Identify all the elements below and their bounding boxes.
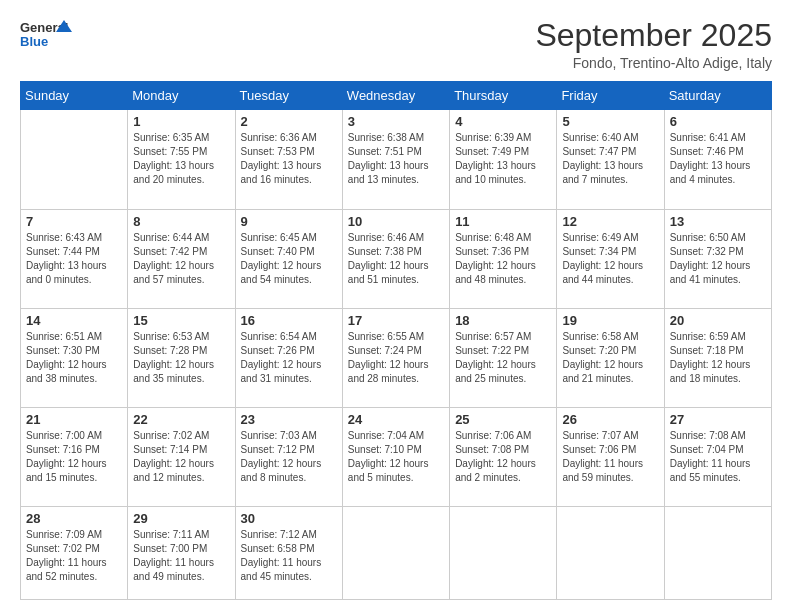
day-number: 10 bbox=[348, 214, 444, 229]
day-number: 4 bbox=[455, 114, 551, 129]
day-info: Sunrise: 6:48 AMSunset: 7:36 PMDaylight:… bbox=[455, 231, 551, 287]
logo-svg: GeneralBlue bbox=[20, 18, 72, 52]
day-number: 22 bbox=[133, 412, 229, 427]
cell-w3-d0: 21Sunrise: 7:00 AMSunset: 7:16 PMDayligh… bbox=[21, 408, 128, 507]
day-info: Sunrise: 7:00 AMSunset: 7:16 PMDaylight:… bbox=[26, 429, 122, 485]
day-number: 11 bbox=[455, 214, 551, 229]
cell-w4-d5 bbox=[557, 507, 664, 600]
day-info: Sunrise: 6:49 AMSunset: 7:34 PMDaylight:… bbox=[562, 231, 658, 287]
day-number: 6 bbox=[670, 114, 766, 129]
day-info: Sunrise: 6:53 AMSunset: 7:28 PMDaylight:… bbox=[133, 330, 229, 386]
day-info: Sunrise: 6:55 AMSunset: 7:24 PMDaylight:… bbox=[348, 330, 444, 386]
day-number: 25 bbox=[455, 412, 551, 427]
day-number: 9 bbox=[241, 214, 337, 229]
day-number: 5 bbox=[562, 114, 658, 129]
day-number: 14 bbox=[26, 313, 122, 328]
day-info: Sunrise: 6:36 AMSunset: 7:53 PMDaylight:… bbox=[241, 131, 337, 187]
cell-w2-d5: 19Sunrise: 6:58 AMSunset: 7:20 PMDayligh… bbox=[557, 308, 664, 407]
day-info: Sunrise: 6:59 AMSunset: 7:18 PMDaylight:… bbox=[670, 330, 766, 386]
day-info: Sunrise: 6:43 AMSunset: 7:44 PMDaylight:… bbox=[26, 231, 122, 287]
day-info: Sunrise: 6:58 AMSunset: 7:20 PMDaylight:… bbox=[562, 330, 658, 386]
cell-w1-d0: 7Sunrise: 6:43 AMSunset: 7:44 PMDaylight… bbox=[21, 209, 128, 308]
day-number: 29 bbox=[133, 511, 229, 526]
cell-w2-d1: 15Sunrise: 6:53 AMSunset: 7:28 PMDayligh… bbox=[128, 308, 235, 407]
cell-w0-d3: 3Sunrise: 6:38 AMSunset: 7:51 PMDaylight… bbox=[342, 110, 449, 209]
day-info: Sunrise: 7:07 AMSunset: 7:06 PMDaylight:… bbox=[562, 429, 658, 485]
cell-w0-d5: 5Sunrise: 6:40 AMSunset: 7:47 PMDaylight… bbox=[557, 110, 664, 209]
day-info: Sunrise: 7:03 AMSunset: 7:12 PMDaylight:… bbox=[241, 429, 337, 485]
cell-w4-d6 bbox=[664, 507, 771, 600]
cell-w0-d1: 1Sunrise: 6:35 AMSunset: 7:55 PMDaylight… bbox=[128, 110, 235, 209]
day-number: 21 bbox=[26, 412, 122, 427]
day-info: Sunrise: 6:44 AMSunset: 7:42 PMDaylight:… bbox=[133, 231, 229, 287]
cell-w1-d4: 11Sunrise: 6:48 AMSunset: 7:36 PMDayligh… bbox=[450, 209, 557, 308]
day-info: Sunrise: 7:02 AMSunset: 7:14 PMDaylight:… bbox=[133, 429, 229, 485]
svg-text:Blue: Blue bbox=[20, 34, 48, 49]
page: GeneralBlue September 2025 Fondo, Trenti… bbox=[0, 0, 792, 612]
day-info: Sunrise: 7:08 AMSunset: 7:04 PMDaylight:… bbox=[670, 429, 766, 485]
day-info: Sunrise: 6:45 AMSunset: 7:40 PMDaylight:… bbox=[241, 231, 337, 287]
day-number: 18 bbox=[455, 313, 551, 328]
cell-w0-d4: 4Sunrise: 6:39 AMSunset: 7:49 PMDaylight… bbox=[450, 110, 557, 209]
calendar-table: SundayMondayTuesdayWednesdayThursdayFrid… bbox=[20, 81, 772, 600]
day-number: 30 bbox=[241, 511, 337, 526]
day-info: Sunrise: 6:50 AMSunset: 7:32 PMDaylight:… bbox=[670, 231, 766, 287]
cell-w3-d1: 22Sunrise: 7:02 AMSunset: 7:14 PMDayligh… bbox=[128, 408, 235, 507]
cell-w1-d1: 8Sunrise: 6:44 AMSunset: 7:42 PMDaylight… bbox=[128, 209, 235, 308]
day-number: 20 bbox=[670, 313, 766, 328]
day-number: 19 bbox=[562, 313, 658, 328]
cell-w4-d1: 29Sunrise: 7:11 AMSunset: 7:00 PMDayligh… bbox=[128, 507, 235, 600]
day-info: Sunrise: 6:39 AMSunset: 7:49 PMDaylight:… bbox=[455, 131, 551, 187]
cell-w3-d2: 23Sunrise: 7:03 AMSunset: 7:12 PMDayligh… bbox=[235, 408, 342, 507]
day-info: Sunrise: 7:09 AMSunset: 7:02 PMDaylight:… bbox=[26, 528, 122, 584]
subtitle: Fondo, Trentino-Alto Adige, Italy bbox=[535, 55, 772, 71]
day-number: 23 bbox=[241, 412, 337, 427]
header: GeneralBlue September 2025 Fondo, Trenti… bbox=[20, 18, 772, 71]
cell-w0-d2: 2Sunrise: 6:36 AMSunset: 7:53 PMDaylight… bbox=[235, 110, 342, 209]
cell-w1-d2: 9Sunrise: 6:45 AMSunset: 7:40 PMDaylight… bbox=[235, 209, 342, 308]
cell-w1-d6: 13Sunrise: 6:50 AMSunset: 7:32 PMDayligh… bbox=[664, 209, 771, 308]
title-block: September 2025 Fondo, Trentino-Alto Adig… bbox=[535, 18, 772, 71]
col-header-monday: Monday bbox=[128, 82, 235, 110]
cell-w3-d3: 24Sunrise: 7:04 AMSunset: 7:10 PMDayligh… bbox=[342, 408, 449, 507]
day-info: Sunrise: 7:04 AMSunset: 7:10 PMDaylight:… bbox=[348, 429, 444, 485]
cell-w4-d0: 28Sunrise: 7:09 AMSunset: 7:02 PMDayligh… bbox=[21, 507, 128, 600]
cell-w4-d4 bbox=[450, 507, 557, 600]
day-info: Sunrise: 6:54 AMSunset: 7:26 PMDaylight:… bbox=[241, 330, 337, 386]
logo: GeneralBlue bbox=[20, 18, 72, 52]
day-info: Sunrise: 6:46 AMSunset: 7:38 PMDaylight:… bbox=[348, 231, 444, 287]
day-number: 28 bbox=[26, 511, 122, 526]
col-header-thursday: Thursday bbox=[450, 82, 557, 110]
cell-w2-d2: 16Sunrise: 6:54 AMSunset: 7:26 PMDayligh… bbox=[235, 308, 342, 407]
day-info: Sunrise: 7:06 AMSunset: 7:08 PMDaylight:… bbox=[455, 429, 551, 485]
day-number: 24 bbox=[348, 412, 444, 427]
col-header-friday: Friday bbox=[557, 82, 664, 110]
cell-w2-d4: 18Sunrise: 6:57 AMSunset: 7:22 PMDayligh… bbox=[450, 308, 557, 407]
day-number: 8 bbox=[133, 214, 229, 229]
col-header-sunday: Sunday bbox=[21, 82, 128, 110]
day-info: Sunrise: 6:51 AMSunset: 7:30 PMDaylight:… bbox=[26, 330, 122, 386]
col-header-wednesday: Wednesday bbox=[342, 82, 449, 110]
col-header-saturday: Saturday bbox=[664, 82, 771, 110]
cell-w1-d3: 10Sunrise: 6:46 AMSunset: 7:38 PMDayligh… bbox=[342, 209, 449, 308]
day-info: Sunrise: 6:41 AMSunset: 7:46 PMDaylight:… bbox=[670, 131, 766, 187]
cell-w3-d4: 25Sunrise: 7:06 AMSunset: 7:08 PMDayligh… bbox=[450, 408, 557, 507]
cell-w0-d6: 6Sunrise: 6:41 AMSunset: 7:46 PMDaylight… bbox=[664, 110, 771, 209]
cell-w0-d0 bbox=[21, 110, 128, 209]
day-number: 16 bbox=[241, 313, 337, 328]
cell-w2-d0: 14Sunrise: 6:51 AMSunset: 7:30 PMDayligh… bbox=[21, 308, 128, 407]
cell-w4-d2: 30Sunrise: 7:12 AMSunset: 6:58 PMDayligh… bbox=[235, 507, 342, 600]
main-title: September 2025 bbox=[535, 18, 772, 53]
day-info: Sunrise: 6:40 AMSunset: 7:47 PMDaylight:… bbox=[562, 131, 658, 187]
day-number: 12 bbox=[562, 214, 658, 229]
cell-w2-d6: 20Sunrise: 6:59 AMSunset: 7:18 PMDayligh… bbox=[664, 308, 771, 407]
day-number: 1 bbox=[133, 114, 229, 129]
day-number: 17 bbox=[348, 313, 444, 328]
day-number: 26 bbox=[562, 412, 658, 427]
day-number: 3 bbox=[348, 114, 444, 129]
cell-w3-d5: 26Sunrise: 7:07 AMSunset: 7:06 PMDayligh… bbox=[557, 408, 664, 507]
day-info: Sunrise: 6:38 AMSunset: 7:51 PMDaylight:… bbox=[348, 131, 444, 187]
day-info: Sunrise: 6:35 AMSunset: 7:55 PMDaylight:… bbox=[133, 131, 229, 187]
cell-w2-d3: 17Sunrise: 6:55 AMSunset: 7:24 PMDayligh… bbox=[342, 308, 449, 407]
day-number: 7 bbox=[26, 214, 122, 229]
